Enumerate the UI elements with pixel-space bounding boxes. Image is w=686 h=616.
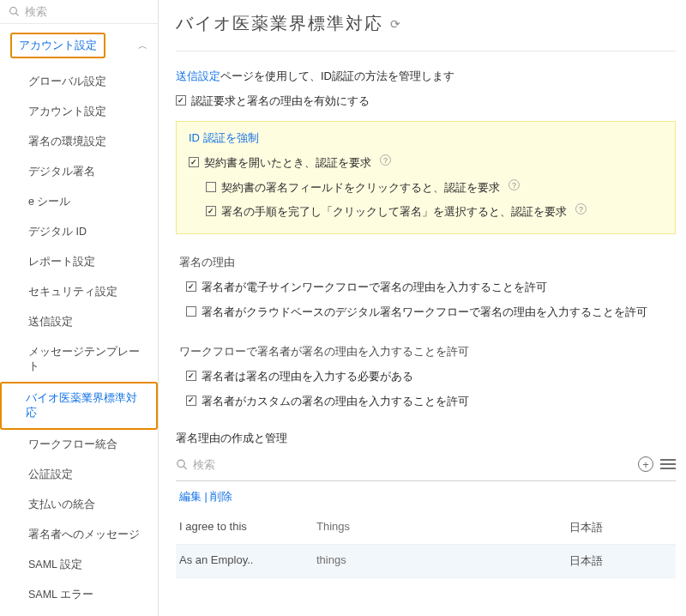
sidebar-item[interactable]: セキュリティ設定 (0, 277, 158, 307)
enforce-on-open-checkbox[interactable]: 契約書を開いたとき、認証を要求 ? (189, 151, 663, 176)
table-row[interactable]: As an Employ..things日本語 (176, 545, 676, 578)
info-icon[interactable]: ? (508, 179, 520, 190)
sidebar-search-input[interactable] (25, 5, 149, 18)
sidebar-item[interactable]: 署名者へのメッセージ (0, 520, 158, 550)
add-reason-button[interactable]: + (638, 456, 653, 472)
edit-link[interactable]: 編集 (179, 491, 202, 503)
reason-language: 日本語 (569, 553, 672, 569)
sign-reason-heading: 署名の理由 (176, 248, 676, 275)
reason-text: As an Employ.. (179, 553, 316, 569)
svg-point-2 (178, 460, 184, 467)
sidebar-item[interactable]: 支払いの統合 (0, 490, 158, 520)
send-settings-link[interactable]: 送信設定 (176, 69, 220, 82)
sidebar-section-account-settings[interactable]: アカウント設定 ︿ (0, 24, 158, 67)
checkbox-icon (186, 306, 196, 317)
sidebar-item[interactable]: データガバナンス (0, 610, 158, 616)
checkbox-icon (189, 157, 199, 167)
sidebar-item[interactable]: メッセージテンプレート (0, 337, 158, 382)
svg-point-0 (10, 8, 17, 15)
reason-custom-checkbox[interactable]: 署名者がカスタムの署名の理由を入力することを許可 (186, 390, 676, 414)
reason-category: things (316, 553, 569, 569)
reason-required-checkbox[interactable]: 署名者は署名の理由を入力する必要がある (186, 365, 676, 390)
esign-flow-reason-checkbox[interactable]: 署名者が電子サインワークフローで署名の理由を入力することを許可 (186, 275, 676, 300)
reason-category: Things (316, 520, 569, 535)
sidebar-item[interactable]: SAML 設定 (0, 550, 158, 580)
chevron-up-icon: ︿ (138, 39, 147, 52)
enforce-id-auth-panel: ID 認証を強制 契約書を開いたとき、認証を要求 ? 契約書の署名フィールドをク… (176, 121, 676, 234)
checkbox-icon (176, 95, 186, 106)
sidebar-item[interactable]: e シール (0, 187, 158, 217)
checkbox-icon (186, 371, 196, 381)
reasons-search-input[interactable] (193, 458, 631, 471)
sidebar-item[interactable]: レポート設定 (0, 247, 158, 277)
enforce-click-to-sign-checkbox[interactable]: 署名の手順を完了し「クリックして署名」を選択すると、認証を要求 ? (189, 200, 663, 225)
sidebar-item[interactable]: グローバル設定 (0, 67, 158, 97)
checkbox-icon (186, 396, 196, 406)
sidebar-search[interactable] (0, 0, 158, 24)
delete-link[interactable]: 削除 (210, 491, 232, 503)
sidebar-item[interactable]: デジタル署名 (0, 157, 158, 187)
page-title: バイオ医薬業界標準対応 ⟳ (176, 0, 676, 51)
search-icon (9, 5, 20, 18)
manage-reasons-title: 署名理由の作成と管理 (176, 426, 676, 451)
checkbox-icon (186, 281, 196, 292)
workflow-reason-heading: ワークフローで署名者が署名の理由を入力することを許可 (176, 337, 676, 365)
sidebar-item[interactable]: 送信設定 (0, 307, 158, 337)
sidebar-section-label: アカウント設定 (10, 33, 105, 58)
svg-line-3 (184, 466, 187, 469)
reason-text: I agree to this (179, 520, 316, 535)
enable-auth-reason-checkbox[interactable]: 認証要求と署名の理由を有効にする (176, 89, 676, 114)
enforce-click-field-checkbox[interactable]: 契約書の署名フィールドをクリックすると、認証を要求 ? (189, 176, 663, 201)
menu-icon[interactable] (660, 459, 676, 469)
intro-text: 送信設定ページを使用して、ID認証の方法を管理します (176, 69, 676, 89)
cloud-flow-reason-checkbox[interactable]: 署名者がクラウドベースのデジタル署名ワークフローで署名の理由を入力することを許可 (186, 300, 676, 325)
sidebar-item[interactable]: 公証設定 (0, 460, 158, 490)
reasons-search[interactable] (176, 458, 631, 471)
sidebar-item[interactable]: アカウント設定 (0, 97, 158, 127)
sidebar-item[interactable]: ワークフロー統合 (0, 430, 158, 460)
checkbox-icon (206, 182, 216, 192)
info-icon[interactable]: ? (380, 154, 391, 166)
sidebar-item[interactable]: バイオ医薬業界標準対応 (0, 382, 158, 430)
checkbox-icon (206, 206, 216, 216)
search-icon (176, 458, 188, 471)
reason-language: 日本語 (569, 520, 672, 535)
refresh-icon[interactable]: ⟳ (390, 17, 402, 31)
info-icon[interactable]: ? (575, 203, 587, 214)
enforce-id-title: ID 認証を強制 (189, 130, 663, 146)
edit-delete-actions: 編集 | 削除 (176, 481, 676, 511)
svg-line-1 (15, 13, 18, 15)
sidebar-item[interactable]: デジタル ID (0, 217, 158, 247)
table-row[interactable]: I agree to thisThings日本語 (176, 511, 676, 545)
sidebar-item[interactable]: SAML エラー (0, 580, 158, 610)
sidebar-item[interactable]: 署名の環境設定 (0, 127, 158, 157)
